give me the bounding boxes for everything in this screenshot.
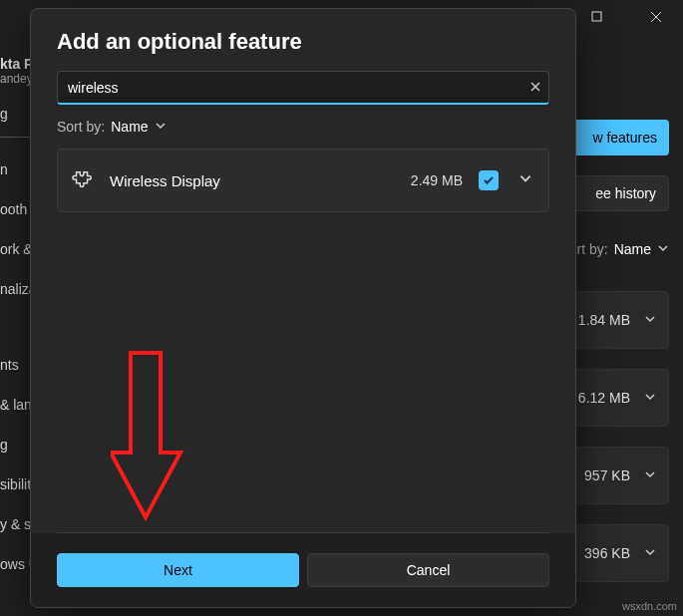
sort-value: Name	[111, 119, 148, 135]
chevron-down-icon	[155, 119, 167, 135]
feature-checkbox[interactable]	[479, 170, 499, 190]
clear-search-button[interactable]	[529, 80, 541, 96]
check-icon	[483, 174, 495, 186]
close-button[interactable]	[635, 8, 677, 23]
chevron-down-icon	[644, 545, 656, 561]
feature-row[interactable]: Wireless Display 2.49 MB	[57, 149, 549, 212]
feature-name: Wireless Display	[110, 172, 395, 189]
chevron-down-icon	[518, 171, 532, 185]
feature-size: 2.49 MB	[411, 172, 463, 188]
add-optional-feature-dialog: Add an optional feature Sort by: Name Wi…	[30, 8, 576, 608]
expand-button[interactable]	[514, 167, 536, 193]
search-input[interactable]	[57, 71, 549, 105]
watermark: wsxdn.com	[622, 600, 677, 612]
chevron-down-icon	[644, 390, 656, 406]
next-button[interactable]: Next	[57, 553, 299, 587]
chevron-down-icon	[657, 241, 669, 257]
chevron-down-icon	[644, 467, 656, 483]
svg-rect-1	[592, 12, 601, 21]
cancel-button[interactable]: Cancel	[307, 553, 549, 587]
maximize-button[interactable]	[575, 8, 617, 23]
chevron-down-icon	[644, 312, 656, 328]
puzzle-icon	[72, 169, 94, 191]
sort-label: Sort by:	[57, 119, 105, 135]
dialog-title: Add an optional feature	[57, 29, 549, 55]
dialog-sort-control[interactable]: Sort by: Name	[57, 119, 549, 135]
close-icon	[529, 81, 541, 93]
